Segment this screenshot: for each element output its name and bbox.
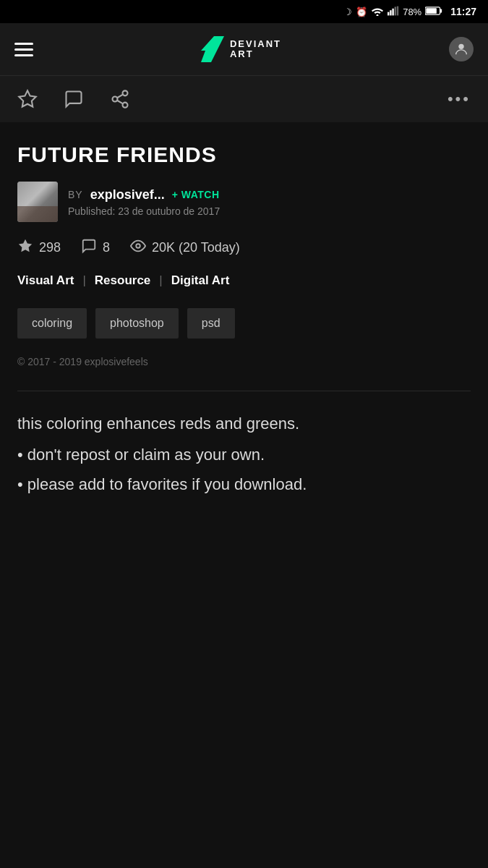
svg-rect-4 [397,6,398,15]
svg-point-9 [458,44,463,49]
category-digital-art[interactable]: Digital Art [171,273,230,288]
author-by-label: BY [68,189,83,200]
author-name[interactable]: explosivef... [90,187,165,203]
svg-point-13 [123,103,128,108]
svg-rect-7 [426,8,437,14]
tags-row: coloring photoshop psd [17,308,471,339]
tag-photoshop[interactable]: photoshop [95,308,179,339]
signal-icon [388,6,399,18]
user-avatar-button[interactable] [449,37,474,61]
hamburger-menu[interactable] [14,43,33,56]
description: this coloring enhances reds and greens. … [17,412,471,496]
eye-icon [130,238,146,258]
da-logo-icon [201,36,224,62]
favorites-count: 298 [39,240,61,255]
status-icons: ☽ ⏰ 78% 11:27 [343,6,476,18]
stats-row: 298 8 20K (20 Today) [17,238,471,258]
deviantart-logo[interactable]: DEVIANT ART [201,36,281,62]
favorites-stat: 298 [17,238,61,258]
star-filled-icon [17,238,33,258]
main-content: FUTURE FRIENDS BY explosivef... + WATCH … [0,122,488,516]
more-options-button[interactable]: ••• [448,90,471,109]
description-intro: this coloring enhances reds and greens. [17,412,471,435]
svg-rect-2 [393,8,394,15]
comment-stat-icon [81,238,97,258]
author-info: BY explosivef... + WATCH Published: 23 d… [68,187,220,217]
favorite-action[interactable] [17,89,38,109]
author-row: BY explosivef... + WATCH Published: 23 d… [17,182,471,222]
svg-point-12 [113,97,118,102]
comments-stat: 8 [81,238,110,258]
publish-date-value: 23 de outubro de 2017 [118,205,220,217]
action-bar: ••• [0,75,488,122]
svg-rect-1 [390,10,391,15]
author-avatar[interactable] [17,182,58,222]
category-divider-2: | [159,273,162,288]
battery-percent: 78% [403,7,421,17]
category-divider-1: | [82,273,85,288]
tag-coloring[interactable]: coloring [17,308,87,339]
views-stat: 20K (20 Today) [130,238,240,258]
copyright: © 2017 - 2019 explosivefeels [17,356,471,367]
alarm-icon: ⏰ [356,7,367,17]
share-action[interactable] [110,89,130,109]
battery-icon [425,6,442,18]
views-count: 20K (20 Today) [152,240,240,255]
svg-line-14 [117,101,123,104]
categories-row: Visual Art | Resource | Digital Art [17,273,471,288]
svg-point-17 [136,244,140,248]
svg-rect-0 [388,12,389,15]
publish-date: Published: 23 de outubro de 2017 [68,205,220,217]
top-navigation: DEVIANT ART [0,23,488,75]
svg-marker-16 [19,239,32,252]
comments-count: 8 [103,240,110,255]
watch-button[interactable]: + WATCH [172,189,220,200]
logo-text: DEVIANT ART [230,39,281,60]
section-divider [17,391,471,391]
svg-marker-10 [19,90,35,106]
svg-rect-3 [395,7,396,15]
status-time: 11:27 [450,6,476,17]
svg-point-11 [123,90,128,95]
svg-marker-8 [201,36,224,62]
tag-psd[interactable]: psd [187,308,235,339]
svg-line-15 [117,95,123,98]
artwork-title: FUTURE FRIENDS [17,142,471,167]
svg-rect-6 [440,9,442,12]
category-resource[interactable]: Resource [95,273,150,288]
comment-action[interactable] [64,89,84,109]
moon-icon: ☽ [343,7,352,17]
status-bar: ☽ ⏰ 78% 11:27 [0,0,488,23]
category-visual-art[interactable]: Visual Art [17,273,74,288]
author-name-row: BY explosivef... + WATCH [68,187,220,203]
description-bullet-2: • please add to favorites if you downloa… [17,472,471,496]
description-bullet-1: • don't repost or claim as your own. [17,443,471,467]
wifi-icon [371,6,384,18]
